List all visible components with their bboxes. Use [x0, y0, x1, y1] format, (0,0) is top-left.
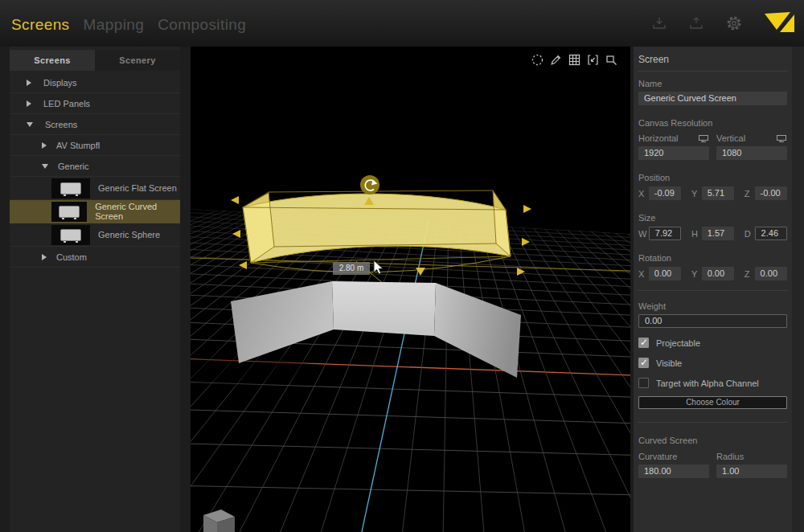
nav-tab-compositing[interactable]: Compositing	[158, 16, 246, 34]
choose-colour-button[interactable]: Choose Colour	[638, 396, 787, 409]
pencil-icon[interactable]	[548, 52, 563, 67]
rotation-label: Rotation	[638, 253, 787, 263]
tree-item-generic-sphere[interactable]: Generic Sphere	[10, 223, 180, 247]
tree-item-screens[interactable]: Screens	[10, 114, 180, 135]
download-icon[interactable]	[651, 15, 667, 31]
size-d-input[interactable]: 2.46	[755, 227, 787, 240]
checkbox-label: Projectable	[656, 338, 700, 348]
tree-item-label: Displays	[43, 78, 77, 88]
caret-right-icon[interactable]	[27, 100, 31, 107]
sidebar-tabs: Screens Scenery	[10, 50, 180, 71]
tree-item-label: Screens	[45, 120, 77, 129]
target-alpha-checkbox[interactable]	[638, 378, 649, 388]
tree-item-label: LED Panels	[43, 99, 90, 108]
measurement-label: 2.80 m	[333, 262, 370, 275]
upload-icon[interactable]	[688, 15, 704, 31]
handle-bottom-mid	[416, 268, 425, 276]
caret-down-icon[interactable]	[27, 122, 33, 127]
tree-item-label: Generic	[58, 162, 89, 171]
app-logo	[764, 10, 796, 36]
nav-tab-screens[interactable]: Screens	[11, 16, 70, 34]
projectable-row: Projectable	[638, 338, 787, 348]
main-nav: Screens Mapping Compositing	[11, 16, 246, 34]
vertical-resolution-input[interactable]: 1080	[716, 146, 787, 160]
nav-tab-mapping[interactable]: Mapping	[84, 16, 145, 34]
caret-right-icon[interactable]	[42, 142, 47, 149]
rotation-x-input[interactable]: 0.00	[649, 267, 681, 280]
handle-right-top	[523, 205, 531, 213]
screen-thumbnail	[51, 178, 90, 198]
visible-checkbox[interactable]	[638, 358, 649, 368]
display-icon[interactable]	[698, 134, 709, 143]
sidebar-tab-scenery[interactable]: Scenery	[95, 50, 180, 71]
name-input[interactable]: Generic Curved Screen	[638, 92, 787, 105]
position-x-label: X	[638, 189, 649, 198]
viewport-3d[interactable]: 2.80 m	[191, 47, 630, 532]
frame-select-icon[interactable]	[585, 52, 600, 67]
tree-item-label: Generic Sphere	[98, 230, 160, 239]
position-label: Position	[638, 173, 787, 182]
size-w-input[interactable]: 7.92	[649, 227, 681, 240]
zoom-region-icon[interactable]	[604, 52, 618, 67]
grid-icon[interactable]	[567, 52, 581, 67]
rotation-x-label: X	[638, 269, 649, 279]
tree-item-label: Generic Curved Screen	[95, 202, 180, 221]
size-label: Size	[638, 213, 787, 223]
rotation-y-label: Y	[691, 269, 702, 279]
rotation-z-input[interactable]: 0.00	[755, 267, 787, 280]
rotation-z-label: Z	[745, 269, 755, 279]
handle-left-bottom	[239, 261, 247, 269]
tree-item-generic-curved-screen[interactable]: Generic Curved Screen	[10, 200, 180, 223]
screen-thumbnail	[51, 225, 90, 245]
rotate-dotted-circle-icon[interactable]	[530, 52, 544, 67]
tree-item-displays[interactable]: Displays	[10, 72, 180, 93]
curved-screen-icon	[59, 206, 80, 218]
caret-right-icon[interactable]	[27, 80, 31, 86]
checkbox-label: Target with Alpha Channel	[656, 379, 759, 388]
horizontal-resolution-input[interactable]: 1920	[638, 146, 709, 160]
tree-item-led-panels[interactable]: LED Panels	[10, 93, 180, 114]
position-z-input[interactable]: -0.00	[755, 186, 787, 200]
size-h-input[interactable]: 1.57	[702, 227, 734, 240]
checkbox-label: Visible	[656, 358, 682, 368]
properties-panel: Screen Name Generic Curved Screen Canvas…	[634, 47, 792, 532]
scenery-cube[interactable]	[203, 509, 235, 532]
handle-right-mid	[522, 238, 530, 246]
caret-right-icon[interactable]	[42, 254, 47, 260]
tree-item-label: AV Stumpfl	[56, 141, 100, 150]
display-icon[interactable]	[776, 134, 787, 143]
name-label: Name	[638, 79, 787, 88]
sidebar: Screens Scenery Displays LED Panels Scre…	[0, 47, 183, 532]
weight-input[interactable]: 0.00	[638, 314, 787, 328]
projectable-checkbox[interactable]	[638, 338, 649, 348]
tree-item-generic-flat-screen[interactable]: Generic Flat Screen	[10, 177, 180, 200]
handle-left-top	[231, 196, 239, 204]
rotation-gizmo[interactable]	[360, 175, 379, 194]
topbar: Screens Mapping Compositing	[0, 0, 804, 47]
position-y-input[interactable]: 5.71	[702, 186, 734, 200]
flat-screen-icon	[60, 182, 81, 194]
screen-library-tree: Displays LED Panels Screens AV Stumpfl G…	[10, 71, 180, 268]
radius-input[interactable]: 1.00	[716, 464, 787, 478]
position-y-label: Y	[691, 189, 702, 198]
settings-gear-icon[interactable]	[725, 14, 743, 32]
tree-item-label: Custom	[56, 252, 87, 262]
tree-item-av-stumpfl[interactable]: AV Stumpfl	[10, 135, 180, 156]
screen-bottom-edge-curve	[251, 256, 511, 272]
position-x-input[interactable]: -0.09	[649, 186, 681, 200]
handle-left-mid	[232, 230, 240, 238]
caret-down-icon[interactable]	[42, 164, 48, 169]
position-z-label: Z	[745, 189, 755, 198]
handle-right-bottom	[517, 268, 525, 276]
weight-label: Weight	[638, 301, 787, 311]
sidebar-tab-screens[interactable]: Screens	[10, 50, 95, 71]
radius-label: Radius	[716, 452, 744, 461]
rotation-y-input[interactable]: 0.00	[702, 267, 734, 280]
tree-item-label: Generic Flat Screen	[98, 183, 177, 193]
curved-screen-label: Curved Screen	[638, 436, 787, 445]
panel-edge	[792, 47, 804, 532]
tree-item-custom[interactable]: Custom	[10, 247, 180, 268]
tree-item-generic[interactable]: Generic	[10, 156, 180, 177]
curvature-input[interactable]: 180.00	[638, 464, 709, 478]
curvature-label: Curvature	[638, 452, 677, 461]
